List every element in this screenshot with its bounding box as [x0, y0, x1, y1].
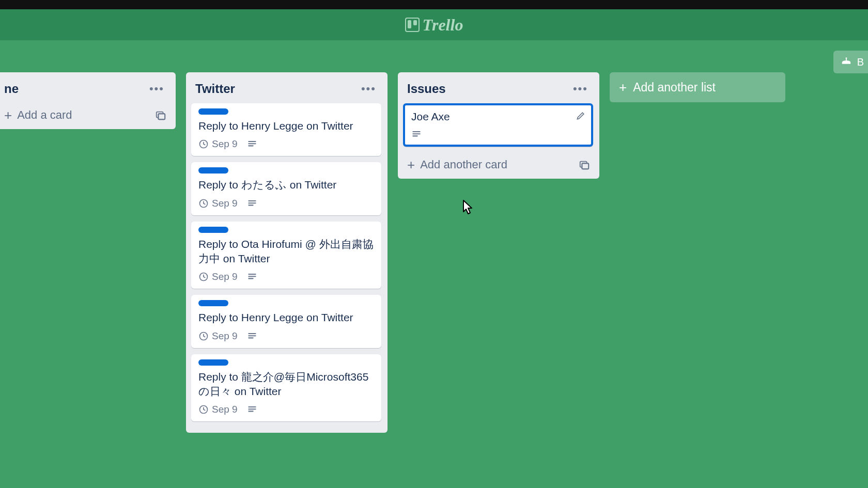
list: Twitter ••• Reply to Henry Legge on Twit… [186, 72, 388, 433]
cards-container: Reply to Henry Legge on TwitterSep 9Repl… [191, 103, 382, 428]
description-icon [247, 139, 257, 149]
description-icon [411, 129, 422, 139]
list-header: Twitter ••• [191, 80, 382, 103]
butler-icon [841, 56, 852, 68]
due-date-text: Sep 9 [212, 404, 238, 415]
list-footer: + Add a card [0, 103, 171, 124]
clock-icon [198, 139, 209, 149]
due-date-badge[interactable]: Sep 9 [198, 198, 238, 209]
card-badges: Sep 9 [198, 198, 374, 209]
card[interactable]: Joe Axe [403, 103, 593, 147]
list-menu-button[interactable]: ••• [571, 83, 590, 95]
add-card-label: Add a card [17, 108, 72, 122]
card-title: Joe Axe [411, 109, 585, 124]
svg-point-0 [845, 57, 847, 59]
clock-icon [198, 198, 209, 209]
app-header: Trello [0, 9, 868, 40]
svg-rect-28 [582, 164, 588, 169]
due-date-badge[interactable]: Sep 9 [198, 330, 238, 342]
card-label[interactable] [198, 108, 228, 115]
list-footer: + Add another card [403, 153, 594, 174]
due-date-badge[interactable]: Sep 9 [198, 404, 238, 415]
lists-row: ne ••• + Add a card Twi [0, 72, 868, 433]
description-badge [247, 331, 257, 341]
card[interactable]: Reply to Henry Legge on TwitterSep 9 [191, 103, 381, 156]
butler-button[interactable]: B [833, 51, 868, 73]
trello-logo-icon [405, 18, 420, 32]
card[interactable]: Reply to 龍之介@毎日Microsoft365の日々 on Twitte… [191, 354, 381, 422]
list-header: Issues ••• [403, 80, 594, 103]
description-icon [247, 198, 257, 209]
due-date-badge[interactable]: Sep 9 [198, 271, 238, 282]
card-badges: Sep 9 [198, 330, 374, 342]
description-badge [247, 139, 257, 149]
card[interactable]: Reply to Henry Legge on TwitterSep 9 [191, 295, 381, 348]
description-badge [411, 129, 422, 139]
trello-logo[interactable]: Trello [405, 15, 463, 35]
card-title: Reply to 龍之介@毎日Microsoft365の日々 on Twitte… [198, 370, 374, 399]
card-title: Reply to Henry Legge on Twitter [198, 310, 374, 325]
card-title: Reply to Henry Legge on Twitter [198, 119, 374, 133]
clock-icon [198, 272, 209, 282]
description-badge [247, 272, 257, 282]
window-chrome [0, 0, 868, 9]
card[interactable]: Reply to わたるふ on TwitterSep 9 [191, 162, 381, 215]
card-label[interactable] [198, 167, 228, 174]
list: ne ••• + Add a card [0, 72, 176, 129]
list-header: ne ••• [0, 80, 171, 103]
list-menu-button[interactable]: ••• [359, 83, 378, 95]
add-card-button[interactable]: + Add a card [4, 108, 72, 122]
card-title: Reply to Ota Hirofumi @ 外出自粛協力中 on Twitt… [198, 237, 374, 266]
description-icon [247, 331, 257, 341]
card-title: Reply to わたるふ on Twitter [198, 178, 374, 192]
clock-icon [198, 404, 209, 415]
card-badges: Sep 9 [198, 271, 374, 282]
card-label[interactable] [198, 227, 228, 233]
plus-icon: + [407, 160, 415, 170]
butler-label: B [857, 56, 864, 68]
card[interactable]: Reply to Ota Hirofumi @ 外出自粛協力中 on Twitt… [191, 222, 381, 289]
card-label[interactable] [198, 300, 228, 306]
card-badges [411, 129, 585, 139]
due-date-text: Sep 9 [212, 198, 238, 209]
list-title[interactable]: Twitter [195, 82, 235, 96]
card-badges: Sep 9 [198, 404, 374, 415]
due-date-text: Sep 9 [212, 330, 238, 342]
due-date-badge[interactable]: Sep 9 [198, 138, 238, 150]
add-card-button[interactable]: + Add another card [407, 158, 507, 171]
template-icon[interactable] [579, 159, 590, 170]
template-icon[interactable] [155, 109, 166, 121]
plus-icon: + [4, 110, 12, 120]
add-card-label: Add another card [420, 158, 507, 171]
trello-logo-text: Trello [423, 15, 463, 35]
list: Issues ••• Joe Axe + Add another card [398, 72, 599, 179]
list-title[interactable]: Issues [407, 82, 446, 96]
add-list-label: Add another list [633, 81, 716, 95]
svg-rect-2 [158, 114, 165, 119]
description-icon [247, 272, 257, 282]
clock-icon [198, 331, 209, 341]
card-label[interactable] [198, 359, 228, 366]
description-badge [247, 404, 257, 415]
card-badges: Sep 9 [198, 138, 374, 150]
description-icon [247, 404, 257, 415]
plus-icon: + [619, 82, 627, 92]
board-canvas: B ne ••• + Add a card [0, 40, 868, 488]
due-date-text: Sep 9 [212, 271, 238, 282]
list-menu-button[interactable]: ••• [147, 83, 166, 95]
edit-card-icon[interactable] [576, 111, 586, 121]
description-badge [247, 198, 257, 209]
due-date-text: Sep 9 [212, 138, 238, 150]
list-title[interactable]: ne [4, 82, 19, 96]
cards-container: Joe Axe [403, 103, 594, 153]
add-list-button[interactable]: + Add another list [610, 72, 785, 102]
